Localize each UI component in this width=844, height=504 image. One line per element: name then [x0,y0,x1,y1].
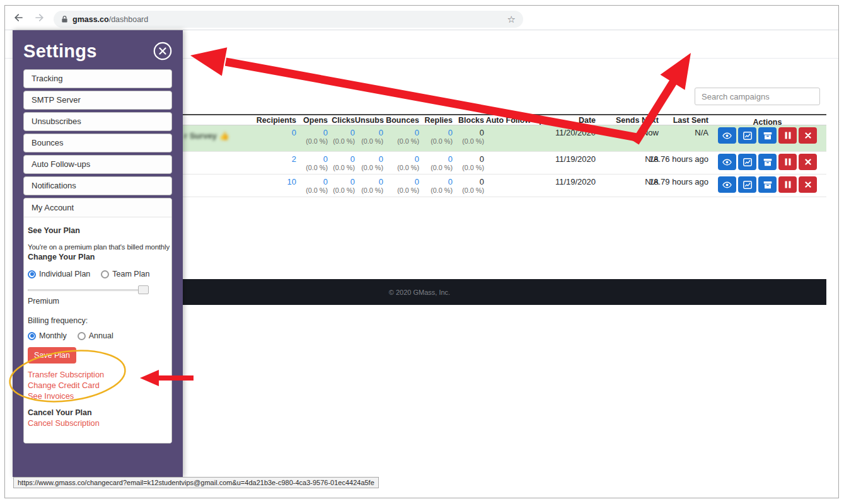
radio-monthly[interactable]: Monthly [28,331,67,340]
blocks-pct: (0.0 %) [453,137,484,146]
chart-icon [743,181,752,189]
accordion-item-bounces[interactable]: Bounces [23,134,172,152]
blocks-value: 0 [453,128,484,137]
replies-link[interactable]: 0 [419,154,453,164]
bounces-pct: (0.0 %) [383,137,419,146]
lock-icon [61,15,68,23]
bounces-link[interactable]: 0 [383,154,419,164]
report-button[interactable] [738,154,756,170]
opens-link[interactable]: 0 [296,177,328,186]
sends-next-value: Now [596,128,659,137]
browser-back-button[interactable] [10,9,26,26]
back-icon [13,13,23,23]
clicks-link[interactable]: 0 [328,177,355,186]
clicks-link[interactable]: 0 [328,128,355,137]
cancel-button[interactable] [799,154,817,170]
pause-button[interactable] [778,176,797,193]
opens-link[interactable]: 0 [296,128,328,137]
browser-forward-button[interactable] [32,9,48,26]
replies-pct: (0.0 %) [419,186,453,195]
auto-follow-up-cell [484,125,544,151]
campaign-name-blurred[interactable]: r Survey 👍 [184,131,229,140]
recipients-link[interactable]: 2 [252,154,296,164]
accordion-item-auto-follow-ups[interactable]: Auto Follow-ups [23,155,172,174]
browser-status-bar: https://www.gmass.co/changecard?email=k1… [13,477,379,488]
view-button[interactable] [718,127,736,144]
pause-button[interactable] [778,127,797,144]
view-button[interactable] [718,176,736,193]
bounces-link[interactable]: 0 [383,177,419,186]
trash-icon [763,158,772,166]
radio-label: Individual Plan [39,270,90,278]
view-button[interactable] [718,154,736,170]
date-value: 11/20/2020 [544,128,596,137]
trash-button[interactable] [758,127,777,144]
cancel-your-plan-label: Cancel Your Plan [28,408,168,417]
copyright-text: © 2020 GMass, Inc. [389,289,450,296]
report-button[interactable] [738,127,756,144]
accordion-item-tracking[interactable]: Tracking [23,69,172,88]
see-invoices-link[interactable]: See Invoices [28,391,168,401]
clicks-link[interactable]: 0 [328,154,355,164]
pause-icon [785,132,791,139]
address-bar[interactable]: gmass.co/dashboard ☆ [54,11,523,28]
replies-link[interactable]: 0 [419,128,453,137]
date-value: 11/19/2020 [544,154,596,164]
chart-icon [743,158,752,166]
opens-pct: (0.0 %) [296,186,328,195]
radio-individual-plan[interactable]: Individual Plan [28,270,90,278]
unsubs-link[interactable]: 0 [355,177,383,186]
radio-annual[interactable]: Annual [78,331,113,340]
unsubs-pct: (0.0 %) [355,137,383,146]
gmass-dashboard-screen: gmass.co/dashboard ☆ Dashboard Settings … [0,0,844,504]
trash-icon [763,132,772,140]
recipients-link[interactable]: 0 [252,128,296,137]
billing-frequency-label: Billing frequency: [28,316,168,325]
pause-button[interactable] [778,154,797,170]
report-button[interactable] [738,176,756,193]
accordion-item-notifications[interactable]: Notifications [23,176,172,195]
opens-link[interactable]: 0 [296,154,328,164]
radio-label: Monthly [39,331,67,340]
bookmark-star-icon[interactable]: ☆ [507,14,516,24]
eye-icon [722,159,732,166]
cancel-x-icon [805,159,811,165]
unsubs-link[interactable]: 0 [355,154,383,164]
close-icon [153,42,172,60]
plan-slider[interactable] [28,285,149,294]
radio-team-plan[interactable]: Team Plan [101,270,149,278]
bounces-pct: (0.0 %) [383,164,419,172]
close-button[interactable] [153,42,172,60]
cancel-button[interactable] [799,176,817,193]
accordion-item-unsubscribes[interactable]: Unsubscribes [23,112,172,131]
replies-pct: (0.0 %) [419,164,453,172]
radio-unselected-icon [78,332,86,340]
eye-icon [722,181,732,188]
accordion-item-smtp-server[interactable]: SMTP Server [23,91,172,110]
browser-chrome: gmass.co/dashboard ☆ [5,6,839,30]
clicks-pct: (0.0 %) [328,137,355,146]
cancel-subscription-link[interactable]: Cancel Subscription [28,418,168,428]
bounces-link[interactable]: 0 [383,128,419,137]
chart-icon [743,132,752,140]
cancel-x-icon [805,181,811,188]
save-plan-button[interactable]: Save Plan [28,347,76,364]
forward-icon [35,13,45,23]
url-host: gmass.co [72,15,109,24]
trash-button[interactable] [758,154,777,170]
trash-button[interactable] [758,176,777,193]
blocks-pct: (0.0 %) [453,186,484,195]
recipients-link[interactable]: 10 [252,177,296,186]
search-input[interactable] [695,88,820,105]
date-value: 11/19/2020 [544,177,596,186]
transfer-subscription-link[interactable]: Transfer Subscription [28,369,168,380]
cancel-button[interactable] [799,127,817,144]
radio-selected-icon [28,332,36,340]
accordion-item-my-account[interactable]: My Account [24,198,171,217]
change-your-plan-label: Change Your Plan [28,253,168,261]
unsubs-link[interactable]: 0 [355,128,383,137]
blocks-value: 0 [453,154,484,164]
replies-link[interactable]: 0 [419,177,453,186]
slider-thumb[interactable] [138,285,149,294]
change-credit-card-link[interactable]: Change Credit Card [28,380,168,391]
